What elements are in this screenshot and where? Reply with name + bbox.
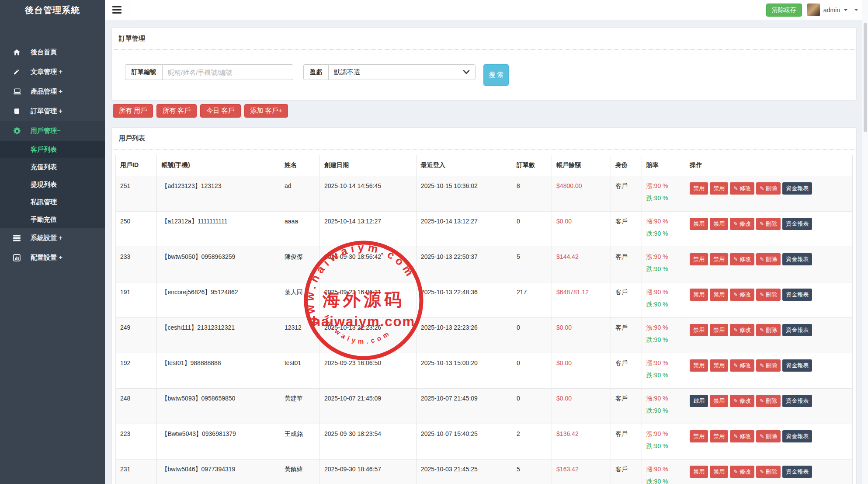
scrollbar-thumb[interactable] (864, 23, 867, 132)
role-cell: 客戶 (611, 212, 642, 247)
pencil-icon: ✎ (733, 186, 738, 191)
actions-cell: 禁用禁用✎修改✎刪除資金報表 (685, 247, 853, 282)
edit-button[interactable]: ✎修改 (730, 430, 754, 442)
profit-select-value: 默認不選 (334, 68, 360, 77)
report-button[interactable]: 資金報表 (782, 182, 812, 195)
rate-down: 跌:90 % (646, 478, 681, 484)
ban-button[interactable]: 禁用 (710, 324, 728, 336)
order-count-cell: 0 (512, 318, 552, 353)
edit-button[interactable]: ✎修改 (730, 218, 754, 230)
table-row: 223【Bwtw5043】0936981379王成銘2025-09-30 18:… (116, 424, 853, 460)
ban-button[interactable]: 禁用 (710, 253, 728, 265)
report-button[interactable]: 資金報表 (782, 253, 812, 265)
edit-button[interactable]: ✎修改 (730, 359, 754, 372)
report-button[interactable]: 資金報表 (782, 395, 812, 407)
report-button[interactable]: 資金報表 (782, 324, 812, 336)
edit-button[interactable]: ✎修改 (730, 395, 754, 407)
name-cell: aaaa (280, 212, 319, 247)
ban-button[interactable]: 禁用 (710, 182, 728, 195)
profit-select[interactable]: 默認不選 (328, 64, 476, 80)
delete-button[interactable]: ✎刪除 (756, 359, 781, 372)
delete-button[interactable]: ✎刪除 (756, 466, 781, 478)
app-root: 後台管理系統 後台首頁文章管理 +產品管理 +訂單管理 +用戶管理−客戶列表充值… (0, 0, 868, 484)
disable-button[interactable]: 禁用 (690, 182, 708, 195)
clear-cache-button[interactable]: 清除緩存 (766, 3, 802, 17)
sidebar-item-orders[interactable]: 訂單管理 + (0, 101, 105, 121)
sidebar-item-label: 產品管理 + (31, 87, 62, 96)
sidebar-item-products[interactable]: 產品管理 + (0, 82, 105, 101)
created-date-cell: 2025-09-23 16:06:31 (320, 282, 417, 318)
report-button[interactable]: 資金報表 (782, 218, 812, 230)
ban-button[interactable]: 禁用 (710, 289, 728, 301)
role-cell: 客戶 (611, 424, 642, 460)
user-menu[interactable]: admin (807, 3, 848, 16)
created-date-cell: 2025-09-23 16:06:50 (320, 353, 417, 389)
today-customers-button[interactable]: 今日 客戶 (200, 104, 240, 118)
column-header: 訂單數 (512, 155, 552, 176)
rate-down: 跌:90 % (646, 336, 681, 344)
table-header-row: 用戶ID帳號(手機)姓名創建日期最近登入訂單數帳戶餘額身份賠率操作 (116, 155, 853, 176)
delete-button[interactable]: ✎刪除 (756, 395, 781, 407)
sidebar-item-home[interactable]: 後台首頁 (0, 42, 105, 62)
delete-button[interactable]: ✎刪除 (756, 430, 781, 442)
delete-button[interactable]: ✎刪除 (756, 218, 781, 230)
user-id-cell: 249 (116, 318, 157, 353)
disable-button[interactable]: 禁用 (690, 253, 708, 265)
edit-button[interactable]: ✎修改 (730, 182, 754, 195)
sidebar-item-articles[interactable]: 文章管理 + (0, 62, 105, 82)
disable-button[interactable]: 禁用 (690, 430, 708, 442)
delete-button[interactable]: ✎刪除 (756, 324, 781, 336)
caret-down-icon[interactable] (854, 9, 858, 11)
orders-panel: 訂單管理 訂單編號 盈虧 默認不選 搜 索 (111, 28, 857, 101)
delete-button[interactable]: ✎刪除 (756, 289, 781, 301)
report-button[interactable]: 資金報表 (782, 466, 812, 478)
column-header: 姓名 (280, 155, 319, 176)
table-row: 231【bwtw5046】0977394319黃鎮緯2025-09-30 18:… (116, 460, 853, 484)
rate-cell: 漲:90 %跌:90 % (642, 353, 685, 389)
pencil-icon: ✎ (760, 434, 764, 439)
edit-button[interactable]: ✎修改 (730, 289, 754, 301)
edit-button[interactable]: ✎修改 (730, 324, 754, 336)
scrollbar[interactable] (862, 0, 868, 484)
username: admin (823, 7, 840, 14)
disable-button[interactable]: 禁用 (690, 466, 708, 478)
quick-buttons-row: 所有 用戶所有 客戶今日 客戶添加 客戶+ (113, 104, 857, 118)
sidebar-subitem-withdraw-list[interactable]: 提現列表 (0, 176, 105, 193)
edit-button[interactable]: ✎修改 (730, 466, 754, 478)
caret-down-icon (844, 9, 848, 11)
search-button[interactable]: 搜 索 (483, 64, 509, 86)
all-users-button[interactable]: 所有 用戶 (113, 104, 153, 118)
sidebar-subitem-customer-list[interactable]: 客戶列表 (0, 141, 105, 158)
ban-button[interactable]: 禁用 (710, 395, 728, 407)
add-customer-button[interactable]: 添加 客戶+ (244, 104, 288, 118)
home-icon (13, 49, 25, 56)
enable-button[interactable]: 啟用 (690, 395, 708, 407)
ban-button[interactable]: 禁用 (710, 430, 728, 442)
sidebar-subitem-manual-recharge[interactable]: 手動充值 (0, 211, 105, 228)
delete-button[interactable]: ✎刪除 (756, 253, 781, 265)
sidebar-subitem-recharge-list[interactable]: 充值列表 (0, 158, 105, 176)
rate-up: 漲:90 % (646, 359, 681, 367)
disable-button[interactable]: 禁用 (690, 359, 708, 372)
order-search-input[interactable] (162, 64, 293, 80)
rate-up: 漲:90 % (646, 395, 681, 403)
ban-button[interactable]: 禁用 (710, 218, 728, 230)
chevron-down-icon (463, 70, 470, 74)
ban-button[interactable]: 禁用 (710, 466, 728, 478)
disable-button[interactable]: 禁用 (690, 289, 708, 301)
report-button[interactable]: 資金報表 (782, 289, 812, 301)
report-button[interactable]: 資金報表 (782, 430, 812, 442)
report-button[interactable]: 資金報表 (782, 359, 812, 372)
sidebar-subitem-message-admin[interactable]: 私訊管理 (0, 193, 105, 211)
edit-button[interactable]: ✎修改 (730, 253, 754, 265)
disable-button[interactable]: 禁用 (690, 218, 708, 230)
sidebar-item-users[interactable]: 用戶管理− (0, 121, 105, 141)
ban-button[interactable]: 禁用 (710, 359, 728, 372)
delete-button[interactable]: ✎刪除 (756, 182, 781, 195)
sidebar-item-system[interactable]: 系統設置 + (0, 228, 105, 248)
sidebar-item-config[interactable]: 配置設置 + (0, 248, 105, 268)
all-customers-button[interactable]: 所有 客戶 (156, 104, 197, 118)
menu-toggle-button[interactable] (105, 0, 129, 20)
disable-button[interactable]: 禁用 (690, 324, 708, 336)
name-cell: 王成銘 (280, 424, 319, 460)
